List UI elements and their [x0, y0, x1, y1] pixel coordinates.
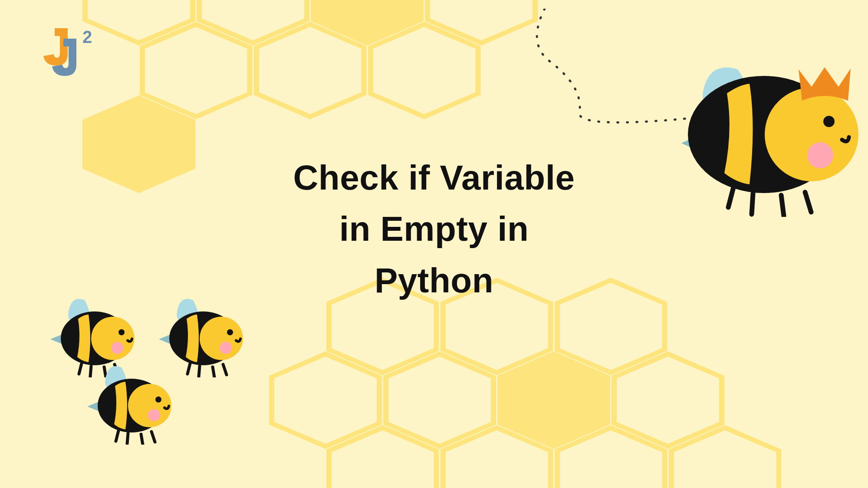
svg-point-15	[227, 329, 233, 335]
site-logo: 2	[39, 24, 95, 78]
page-title-line3: Python	[375, 261, 493, 300]
queen-bee	[668, 43, 868, 219]
svg-text:2: 2	[82, 27, 92, 46]
svg-point-10	[118, 329, 125, 335]
page-title-line1: Check if Variable	[293, 158, 575, 197]
svg-point-8	[91, 317, 135, 360]
svg-point-9	[111, 342, 123, 354]
svg-point-13	[200, 317, 243, 360]
svg-point-14	[220, 342, 232, 354]
page-title-line2: in Empty in	[339, 210, 529, 249]
svg-point-4	[807, 142, 833, 168]
small-bee-3	[85, 362, 171, 446]
svg-point-3	[765, 88, 858, 181]
page-title: Check if Variable in Empty in Python	[195, 152, 673, 306]
svg-point-18	[128, 384, 171, 427]
svg-point-19	[148, 409, 160, 421]
svg-point-5	[823, 116, 835, 127]
svg-point-20	[155, 396, 161, 403]
